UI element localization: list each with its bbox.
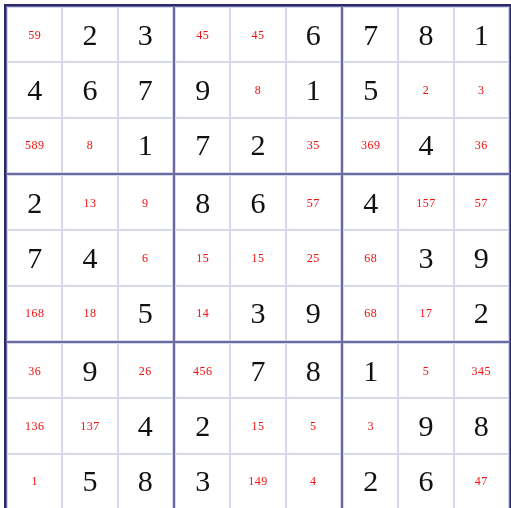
sudoku-cell[interactable]: 25 bbox=[286, 230, 341, 285]
sudoku-cell[interactable]: 2 bbox=[62, 7, 117, 62]
sudoku-cell[interactable]: 5 bbox=[62, 454, 117, 508]
sudoku-cell[interactable]: 15 bbox=[230, 230, 285, 285]
sudoku-cell[interactable]: 7 bbox=[230, 343, 285, 398]
sudoku-cell[interactable]: 3 bbox=[343, 398, 398, 453]
sudoku-cell[interactable]: 6 bbox=[398, 454, 453, 508]
sudoku-cell[interactable]: 456 bbox=[175, 343, 230, 398]
sudoku-cell[interactable]: 2 bbox=[343, 454, 398, 508]
sudoku-cell[interactable]: 2 bbox=[454, 286, 509, 341]
sudoku-cell[interactable]: 5 bbox=[118, 286, 173, 341]
sudoku-cell[interactable]: 17 bbox=[398, 286, 453, 341]
sudoku-cell[interactable]: 6 bbox=[230, 175, 285, 230]
sudoku-cell[interactable]: 59 bbox=[7, 7, 62, 62]
sudoku-cell[interactable]: 45 bbox=[175, 7, 230, 62]
sudoku-cell[interactable]: 3 bbox=[175, 454, 230, 508]
sudoku-cell[interactable]: 2 bbox=[7, 175, 62, 230]
sudoku-cell[interactable]: 26 bbox=[118, 343, 173, 398]
cell-value: 9 bbox=[474, 243, 489, 273]
sudoku-cell[interactable]: 3 bbox=[230, 286, 285, 341]
sudoku-cell[interactable]: 7 bbox=[343, 7, 398, 62]
cell-candidates: 1 bbox=[31, 475, 38, 487]
sudoku-cell[interactable]: 7 bbox=[118, 62, 173, 117]
sudoku-cell[interactable]: 36 bbox=[454, 118, 509, 173]
sudoku-cell[interactable]: 137 bbox=[62, 398, 117, 453]
sudoku-cell[interactable]: 6 bbox=[62, 62, 117, 117]
sudoku-cell[interactable]: 9 bbox=[398, 398, 453, 453]
sudoku-cell[interactable]: 1 bbox=[454, 7, 509, 62]
cell-candidates: 36 bbox=[28, 365, 41, 377]
sudoku-cell[interactable]: 8 bbox=[62, 118, 117, 173]
sudoku-cell[interactable]: 8 bbox=[118, 454, 173, 508]
sudoku-cell[interactable]: 68 bbox=[343, 286, 398, 341]
sudoku-cell[interactable]: 4 bbox=[286, 454, 341, 508]
sudoku-cell[interactable]: 8 bbox=[454, 398, 509, 453]
sudoku-cell[interactable]: 5 bbox=[398, 343, 453, 398]
sudoku-cell[interactable]: 1 bbox=[7, 454, 62, 508]
sudoku-cell[interactable]: 9 bbox=[286, 286, 341, 341]
sudoku-cell[interactable]: 9 bbox=[118, 175, 173, 230]
cell-value: 6 bbox=[418, 466, 433, 496]
sudoku-cell[interactable]: 3 bbox=[454, 62, 509, 117]
sudoku-cell[interactable]: 1 bbox=[343, 343, 398, 398]
sudoku-cell[interactable]: 8 bbox=[175, 175, 230, 230]
cell-value: 7 bbox=[27, 243, 42, 273]
cell-value: 3 bbox=[138, 20, 153, 50]
sudoku-cell[interactable]: 13 bbox=[62, 175, 117, 230]
sudoku-cell[interactable]: 4 bbox=[118, 398, 173, 453]
cell-value: 3 bbox=[250, 298, 265, 328]
sudoku-cell[interactable]: 2 bbox=[398, 62, 453, 117]
sudoku-cell[interactable]: 1 bbox=[286, 62, 341, 117]
cell-candidates: 17 bbox=[419, 307, 432, 319]
sudoku-cell[interactable]: 6 bbox=[118, 230, 173, 285]
cell-candidates: 14 bbox=[196, 307, 209, 319]
sudoku-cell[interactable]: 4 bbox=[398, 118, 453, 173]
sudoku-cell[interactable]: 8 bbox=[398, 7, 453, 62]
sudoku-cell[interactable]: 9 bbox=[62, 343, 117, 398]
sudoku-cell[interactable]: 57 bbox=[286, 175, 341, 230]
cell-value: 1 bbox=[138, 130, 153, 160]
sudoku-cell[interactable]: 15 bbox=[175, 230, 230, 285]
sudoku-cell[interactable]: 5 bbox=[343, 62, 398, 117]
sudoku-cell[interactable]: 36 bbox=[7, 343, 62, 398]
sudoku-cell[interactable]: 8 bbox=[230, 62, 285, 117]
sudoku-cell[interactable]: 168 bbox=[7, 286, 62, 341]
cell-candidates: 68 bbox=[364, 307, 377, 319]
sudoku-box: 369261361374158 bbox=[6, 342, 174, 508]
sudoku-cell[interactable]: 6 bbox=[286, 7, 341, 62]
cell-candidates: 35 bbox=[307, 139, 320, 151]
sudoku-cell[interactable]: 345 bbox=[454, 343, 509, 398]
sudoku-cell[interactable]: 2 bbox=[230, 118, 285, 173]
sudoku-cell[interactable]: 4 bbox=[7, 62, 62, 117]
sudoku-cell[interactable]: 369 bbox=[343, 118, 398, 173]
sudoku-cell[interactable]: 589 bbox=[7, 118, 62, 173]
sudoku-cell[interactable]: 9 bbox=[175, 62, 230, 117]
sudoku-cell[interactable]: 45 bbox=[230, 7, 285, 62]
sudoku-cell[interactable]: 15 bbox=[230, 398, 285, 453]
sudoku-cell[interactable]: 2 bbox=[175, 398, 230, 453]
cell-value: 3 bbox=[195, 466, 210, 496]
sudoku-cell[interactable]: 4 bbox=[62, 230, 117, 285]
sudoku-cell[interactable]: 7 bbox=[175, 118, 230, 173]
cell-value: 2 bbox=[250, 130, 265, 160]
sudoku-board: 5923467589814545698172357815233694362139… bbox=[4, 4, 511, 508]
sudoku-cell[interactable]: 3 bbox=[118, 7, 173, 62]
sudoku-cell[interactable]: 1 bbox=[118, 118, 173, 173]
sudoku-cell[interactable]: 14 bbox=[175, 286, 230, 341]
sudoku-cell[interactable]: 35 bbox=[286, 118, 341, 173]
sudoku-cell[interactable]: 5 bbox=[286, 398, 341, 453]
sudoku-cell[interactable]: 18 bbox=[62, 286, 117, 341]
sudoku-cell[interactable]: 68 bbox=[343, 230, 398, 285]
sudoku-cell[interactable]: 149 bbox=[230, 454, 285, 508]
sudoku-cell[interactable]: 9 bbox=[454, 230, 509, 285]
sudoku-cell[interactable]: 157 bbox=[398, 175, 453, 230]
sudoku-cell[interactable]: 8 bbox=[286, 343, 341, 398]
cell-candidates: 4 bbox=[310, 475, 317, 487]
sudoku-cell[interactable]: 7 bbox=[7, 230, 62, 285]
sudoku-cell[interactable]: 3 bbox=[398, 230, 453, 285]
cell-candidates: 136 bbox=[25, 420, 45, 432]
sudoku-cell[interactable]: 4 bbox=[343, 175, 398, 230]
sudoku-cell[interactable]: 47 bbox=[454, 454, 509, 508]
sudoku-cell[interactable]: 57 bbox=[454, 175, 509, 230]
sudoku-cell[interactable]: 136 bbox=[7, 398, 62, 453]
cell-candidates: 25 bbox=[307, 252, 320, 264]
